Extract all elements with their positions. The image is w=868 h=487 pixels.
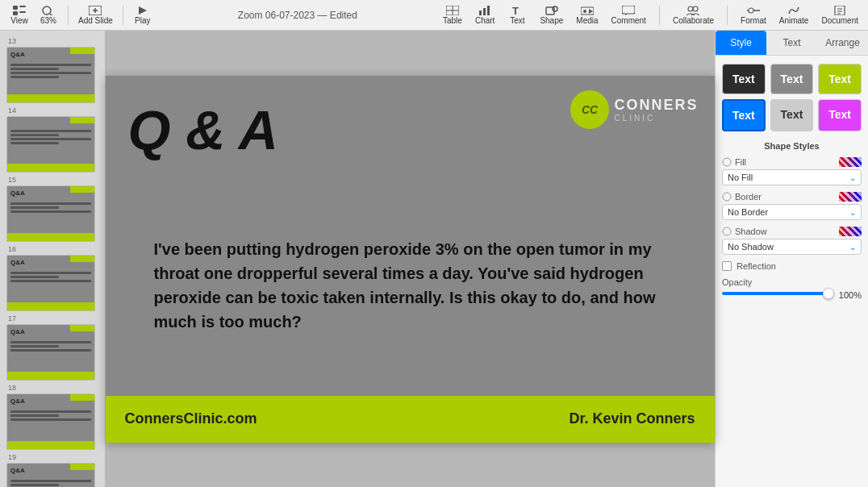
tab-text[interactable]: Text <box>766 31 817 55</box>
opacity-slider[interactable] <box>722 292 834 295</box>
text-style-pink[interactable]: Text <box>818 99 862 131</box>
toolbar-right-group: Table Chart T Text Shape Media Comment C… <box>440 4 862 27</box>
toolbar-divider-2 <box>123 6 123 25</box>
shape-button[interactable]: Shape <box>536 4 566 27</box>
slide-num-19: 19 <box>6 453 98 461</box>
comment-button[interactable]: Comment <box>608 4 649 27</box>
text-label: Text <box>510 16 524 25</box>
slide-thumb-15[interactable]: 15 Q&A <box>6 176 98 242</box>
border-select[interactable]: No Border ⌄ <box>722 204 862 220</box>
svg-marker-9 <box>139 6 147 15</box>
slide-thumb-17[interactable]: 17 Q&A <box>6 314 98 381</box>
media-button[interactable]: Media <box>573 4 601 27</box>
slide-body-text: I've been putting hydrogen peroxide 3% o… <box>154 237 666 334</box>
slide-image-13[interactable]: Q&A <box>6 47 95 103</box>
slide-line <box>10 68 59 70</box>
svg-rect-2 <box>13 11 18 15</box>
fill-select[interactable]: No Fill ⌄ <box>722 169 862 185</box>
slide-footer: ConnersClinic.com Dr. Kevin Conners <box>106 396 715 443</box>
slide-num-15: 15 <box>6 176 98 184</box>
slide-top-bar <box>70 464 94 470</box>
slide-footer-bar <box>7 94 94 102</box>
slide-line <box>10 76 59 78</box>
document-button[interactable]: Document <box>818 4 862 27</box>
shadow-label: Shadow <box>722 227 862 236</box>
slide-footer-bar <box>7 441 94 449</box>
format-button[interactable]: Format <box>737 4 770 27</box>
text-style-dark[interactable]: Text <box>722 64 766 94</box>
slide-body-lines <box>10 410 91 422</box>
fill-value: No Fill <box>728 173 753 182</box>
border-value: No Border <box>728 207 768 217</box>
opacity-slider-thumb[interactable] <box>823 288 834 299</box>
svg-line-5 <box>50 14 53 15</box>
main-area: 13 Q&A 14 <box>0 31 868 487</box>
shadow-select[interactable]: No Shadow ⌄ <box>722 239 862 255</box>
collaborate-label: Collaborate <box>673 16 714 25</box>
canvas-area: CC CONNERS CLINIC Q & A I've been puttin… <box>105 31 715 487</box>
document-title: Zoom 06-07-2023 — Edited <box>172 10 424 21</box>
slide-image-17[interactable]: Q&A <box>6 324 95 381</box>
animate-button[interactable]: Animate <box>776 4 812 27</box>
table-button[interactable]: Table <box>440 4 465 27</box>
text-button[interactable]: T Text <box>504 4 530 27</box>
slide-thumb-14[interactable]: 14 <box>6 106 98 173</box>
slide-logo: CC CONNERS CLINIC <box>570 90 698 129</box>
logo-text-block: CONNERS CLINIC <box>614 97 698 123</box>
svg-point-36 <box>723 227 731 235</box>
view-button[interactable]: View <box>6 4 32 27</box>
slide-line <box>10 276 59 278</box>
slide-thumb-13[interactable]: 13 Q&A <box>6 37 98 103</box>
toolbar-divider-3 <box>659 6 660 25</box>
slide-top-bar <box>70 256 94 262</box>
right-panel: Style Text Arrange Text Text Text Text T… <box>715 31 868 487</box>
play-button[interactable]: Play <box>130 4 156 27</box>
slide-top-bar <box>70 325 94 331</box>
fill-color-swatch <box>839 157 862 167</box>
toolbar-divider-1 <box>68 6 69 25</box>
slide-line <box>10 210 91 213</box>
slide-image-19[interactable]: Q&A <box>6 463 95 487</box>
text-style-gray[interactable]: Text <box>770 64 814 94</box>
tab-arrange[interactable]: Arrange <box>817 31 868 55</box>
slide-line <box>10 206 59 209</box>
svg-point-24 <box>688 6 693 11</box>
slide-image-18[interactable]: Q&A <box>6 393 95 450</box>
border-label: Border <box>722 192 862 202</box>
svg-rect-3 <box>19 11 26 13</box>
slide-thumb-16[interactable]: 16 Q&A <box>6 245 98 311</box>
slide-line <box>10 345 59 348</box>
reflection-checkbox[interactable] <box>722 261 732 271</box>
slide-line <box>10 272 91 274</box>
slide-line <box>10 414 59 417</box>
slide-body-lines <box>10 480 91 487</box>
svg-text:T: T <box>512 6 519 15</box>
add-slide-button[interactable]: Add Slide <box>75 4 116 27</box>
tab-style[interactable]: Style <box>716 31 766 55</box>
slide-qa-mini: Q&A <box>10 398 25 405</box>
collaborate-button[interactable]: Collaborate <box>670 4 717 27</box>
svg-point-35 <box>723 193 731 201</box>
main-slide[interactable]: CC CONNERS CLINIC Q & A I've been puttin… <box>106 76 715 443</box>
slide-thumb-18[interactable]: 18 Q&A <box>6 384 98 450</box>
slide-line <box>10 418 91 421</box>
toolbar-left-group: View 63% Add Slide Play <box>6 4 156 27</box>
text-style-ltgray[interactable]: Text <box>770 99 814 131</box>
svg-rect-14 <box>483 8 486 15</box>
slide-image-14[interactable] <box>6 116 95 173</box>
slide-thumb-19[interactable]: 19 Q&A <box>6 453 98 487</box>
slide-line <box>10 138 91 140</box>
chart-button[interactable]: Chart <box>472 4 498 27</box>
slide-image-15[interactable]: Q&A <box>6 185 95 242</box>
zoom-button[interactable]: 63% <box>35 4 61 27</box>
footer-left-text: ConnersClinic.com <box>125 410 257 427</box>
opacity-value: 100% <box>839 290 862 300</box>
svg-point-34 <box>723 158 731 166</box>
svg-point-25 <box>693 6 698 11</box>
text-style-green[interactable]: Text <box>818 64 862 94</box>
text-style-blue[interactable]: Text <box>722 99 766 131</box>
right-panel-content: Text Text Text Text Text Text Shape Styl… <box>716 56 868 487</box>
opacity-label: Opacity <box>722 277 862 287</box>
border-checkbox-icon <box>722 192 732 202</box>
slide-image-16[interactable]: Q&A <box>6 255 95 311</box>
